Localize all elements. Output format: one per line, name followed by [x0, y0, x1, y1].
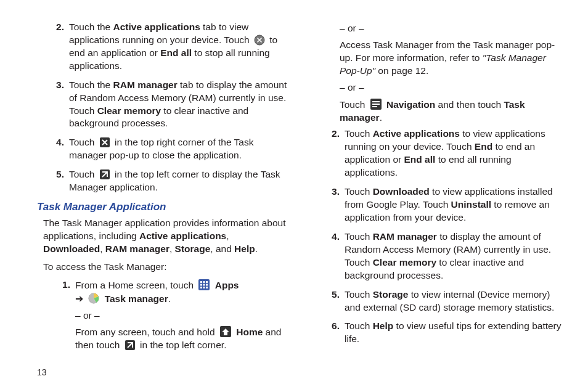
- list-item: 2. Touch Active applications to view app…: [324, 128, 565, 179]
- item-body: Touch Help to view useful tips for exten…: [345, 320, 565, 346]
- close-circle-icon: [254, 35, 265, 46]
- page-number: 13: [37, 367, 47, 378]
- item-body: Touch Storage to view internal (Device m…: [345, 288, 565, 314]
- svg-rect-10: [200, 287, 202, 288]
- text: on page 12.: [375, 65, 428, 76]
- list-item: 1. From a Home screen, touch Apps ➔ Task…: [54, 279, 289, 353]
- svg-rect-17: [372, 101, 380, 102]
- text: Touch: [345, 321, 373, 331]
- text-bold: RAM manager: [105, 243, 169, 254]
- item-body: Touch RAM manager to display the amount …: [345, 231, 565, 282]
- text: Touch: [345, 289, 373, 300]
- line: From any screen, touch and hold Home and…: [75, 325, 289, 352]
- text-bold: Navigation: [386, 99, 435, 110]
- navigation-icon: [370, 98, 382, 110]
- expand-arrow-icon: [99, 169, 110, 180]
- text: , and: [210, 243, 234, 254]
- text: ,: [226, 231, 229, 241]
- continuation: – or – Access Task Manager from the Task…: [340, 22, 565, 124]
- text: Touch: [345, 186, 373, 197]
- text-bold: RAM manager: [373, 231, 437, 242]
- item-body: From a Home screen, touch Apps ➔ Task ma…: [75, 279, 289, 353]
- text-bold: Apps: [215, 280, 239, 290]
- text: Touch: [69, 169, 97, 179]
- text: From a Home screen, touch: [75, 280, 196, 290]
- item-body: Touch in the top right corner of the Tas…: [69, 136, 289, 162]
- or-separator: – or –: [340, 22, 565, 35]
- text: .: [380, 112, 382, 123]
- text-bold: Clear memory: [97, 105, 161, 116]
- arrow-icon: ➔: [75, 293, 83, 304]
- item-body: Touch Active applications to view applic…: [345, 128, 565, 179]
- apps-grid-icon: [198, 279, 210, 291]
- item-number: 5.: [48, 168, 69, 194]
- item-number: 2.: [48, 21, 69, 73]
- page: 2. Touch the Active applications tab to …: [0, 0, 588, 358]
- svg-rect-5: [203, 281, 205, 283]
- text: in the top left corner.: [137, 340, 227, 350]
- text-bold: End: [475, 141, 492, 152]
- text-bold: End all: [404, 154, 436, 165]
- text: ,: [100, 243, 105, 254]
- text: Touch: [69, 137, 97, 147]
- line: ➔ Task manager.: [75, 292, 289, 306]
- text-bold: Help: [234, 243, 255, 254]
- item-number: 3.: [48, 79, 69, 131]
- text-bold: Clear memory: [373, 257, 436, 267]
- text-bold: Active applications: [373, 128, 460, 139]
- section-heading: Task Manager Application: [37, 200, 289, 214]
- list-item: 6. Touch Help to view useful tips for ex…: [324, 320, 565, 346]
- task-manager-pie-icon: [88, 292, 100, 304]
- text-bold: Downloaded: [43, 243, 100, 254]
- text-bold: Uninstall: [451, 199, 491, 210]
- text-bold: Home: [236, 327, 263, 337]
- expand-arrow-icon: [125, 340, 136, 351]
- close-square-icon: [99, 137, 110, 148]
- line: Access Task Manager from the Task manage…: [340, 39, 565, 78]
- text: Touch: [345, 231, 373, 242]
- text-bold: Task manager: [105, 293, 168, 304]
- list-item: 5. Touch in the top left corner to displ…: [48, 168, 289, 194]
- item-body: Touch the Active applications tab to vie…: [69, 21, 289, 73]
- list-item: 3. Touch the RAM manager tab to display …: [48, 79, 289, 131]
- text: Touch the: [69, 80, 113, 90]
- left-column: 2. Touch the Active applications tab to …: [37, 18, 289, 358]
- text-bold: Storage: [373, 289, 409, 300]
- item-number: 4.: [324, 231, 345, 282]
- svg-rect-18: [372, 104, 380, 105]
- list-item: 4. Touch RAM manager to display the amou…: [324, 231, 565, 282]
- svg-rect-19: [372, 106, 377, 107]
- list-item: 3. Touch Downloaded to view applications…: [324, 186, 565, 224]
- item-number: 6.: [324, 320, 345, 346]
- text: and then touch: [435, 99, 504, 110]
- text: Touch the: [69, 22, 113, 32]
- list-item: 5. Touch Storage to view internal (Devic…: [324, 288, 565, 314]
- text-bold: Active applications: [113, 22, 200, 32]
- item-body: Touch in the top left corner to display …: [69, 168, 289, 194]
- text: .: [168, 293, 171, 304]
- item-number: 5.: [324, 288, 345, 314]
- item-body: Touch Downloaded to view applications in…: [345, 186, 565, 224]
- text: Touch: [340, 99, 368, 110]
- text-bold: Help: [373, 321, 394, 331]
- svg-rect-11: [203, 287, 205, 288]
- text-bold: RAM manager: [113, 80, 178, 90]
- svg-rect-6: [206, 281, 208, 283]
- text: .: [255, 243, 258, 254]
- svg-rect-7: [200, 284, 202, 285]
- item-number: 1.: [54, 279, 75, 353]
- text: From any screen, touch and hold: [75, 327, 218, 337]
- text-bold: Active applications: [139, 231, 226, 241]
- svg-rect-4: [200, 281, 202, 283]
- right-column: – or – Access Task Manager from the Task…: [312, 18, 565, 358]
- item-number: 4.: [48, 136, 69, 162]
- home-icon: [219, 325, 232, 338]
- intro-paragraph: The Task Manager application provides in…: [43, 217, 289, 256]
- text-bold: End all: [160, 47, 192, 58]
- or-separator: – or –: [75, 309, 289, 322]
- list-item: 4. Touch in the top right corner of the …: [48, 136, 289, 162]
- text-bold: Downloaded: [373, 186, 430, 197]
- text: Touch: [345, 128, 373, 139]
- text: ,: [169, 243, 175, 254]
- item-body: Touch the RAM manager tab to display the…: [69, 79, 289, 131]
